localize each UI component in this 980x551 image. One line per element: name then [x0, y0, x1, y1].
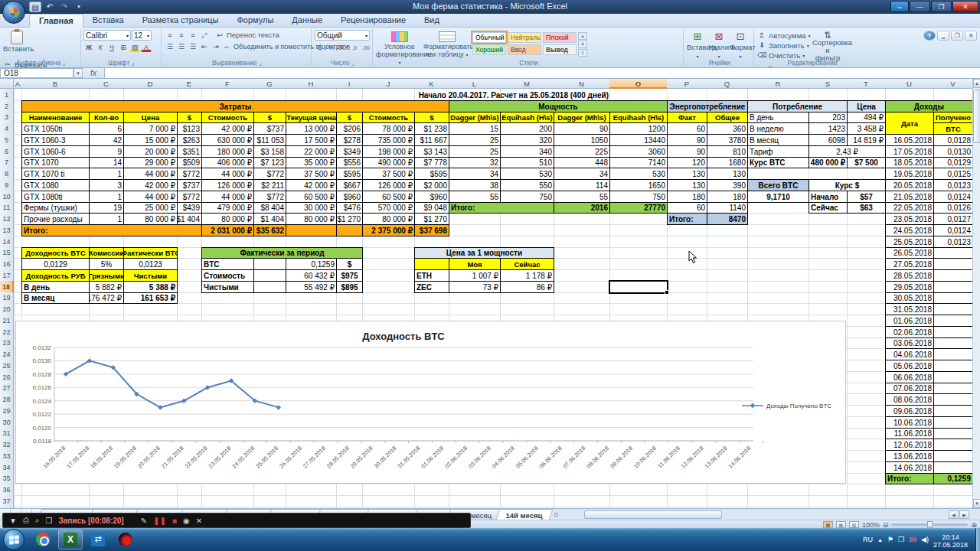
- cell-V14[interactable]: 0,0123: [933, 236, 972, 248]
- cell-I3[interactable]: $: [336, 112, 363, 123]
- zoom-out-button[interactable]: ⊖: [883, 521, 889, 529]
- cell-M9[interactable]: 550: [500, 179, 554, 191]
- increase-indent-icon[interactable]: ⇥: [211, 41, 221, 51]
- column-header-U[interactable]: U: [885, 79, 934, 89]
- row-header-23[interactable]: 23: [0, 337, 14, 349]
- row-header-22[interactable]: 22: [0, 326, 14, 338]
- cell-F9[interactable]: 126 000 ₽: [201, 179, 254, 191]
- align-center-icon[interactable]: ☰: [176, 41, 187, 51]
- taskbar-clock[interactable]: 20:14 27.05.2018: [933, 530, 968, 549]
- row-header-2[interactable]: 2: [0, 100, 14, 112]
- cell-U8[interactable]: 19.05.2018: [885, 168, 934, 180]
- cell-N4[interactable]: 90: [554, 122, 610, 135]
- cell-H13[interactable]: [286, 224, 337, 236]
- cell-B10[interactable]: GTX 1080ti: [21, 191, 90, 203]
- cell-K8[interactable]: $595: [414, 168, 449, 180]
- row-header-14[interactable]: 14: [0, 236, 14, 248]
- cell-T3[interactable]: 494 ₽: [847, 112, 886, 123]
- cell-V12[interactable]: 0,0127: [933, 213, 972, 225]
- recorder-close-icon[interactable]: ✕: [196, 517, 202, 525]
- row-header-13[interactable]: 13: [0, 224, 14, 236]
- cell-U3[interactable]: Дата: [885, 112, 934, 135]
- cell-M10[interactable]: 750: [500, 191, 554, 203]
- increase-decimal-button[interactable]: ,0: [349, 42, 360, 52]
- recorder-pause-icon[interactable]: ❚❚: [153, 517, 166, 525]
- cell-L18[interactable]: 73 ₽: [449, 281, 501, 293]
- cell-C18[interactable]: 5 882 ₽: [89, 281, 124, 293]
- cell-V20[interactable]: [933, 303, 972, 315]
- row-header-37[interactable]: 37: [0, 495, 14, 507]
- cell-V19[interactable]: [933, 292, 972, 304]
- cell-I13[interactable]: [336, 224, 363, 236]
- cell-H5[interactable]: 17 500 ₽: [286, 134, 337, 146]
- column-header-I[interactable]: I: [336, 79, 363, 89]
- cell-V8[interactable]: 0,0125: [933, 168, 972, 180]
- row-header-24[interactable]: 24: [0, 348, 14, 360]
- cell-C12[interactable]: 1: [89, 213, 124, 225]
- session-button[interactable]: ⇔: [890, 1, 909, 12]
- column-header-F[interactable]: F: [201, 79, 254, 89]
- cell-H10[interactable]: 60 500 ₽: [286, 191, 337, 203]
- cell-C7[interactable]: 14: [89, 157, 124, 168]
- decrease-indent-icon[interactable]: ⇤: [199, 41, 210, 51]
- cell-T7[interactable]: $7 500: [847, 157, 886, 168]
- column-header-E[interactable]: E: [177, 79, 202, 89]
- cell-S10[interactable]: Начало: [808, 191, 848, 203]
- cell-R5[interactable]: В месяц: [747, 134, 809, 146]
- cell-P2[interactable]: Энергопотребление: [667, 100, 748, 112]
- cell-Q11[interactable]: 1140: [707, 202, 748, 214]
- show-desktop-button[interactable]: [975, 528, 980, 551]
- align-left-icon[interactable]: ☰: [165, 41, 175, 51]
- cell-V29[interactable]: [933, 405, 972, 417]
- minimize-button[interactable]: —: [910, 1, 930, 12]
- cell-P12[interactable]: Итого:: [667, 213, 707, 225]
- cell-B2[interactable]: Затраты: [21, 100, 449, 112]
- cell-U22[interactable]: 02.06.2018: [885, 326, 934, 338]
- cell-E6[interactable]: $351: [177, 145, 202, 158]
- cell-L10[interactable]: 55: [449, 191, 501, 203]
- cell-V33[interactable]: [933, 450, 972, 462]
- cell-V4[interactable]: BTC: [933, 122, 972, 135]
- cell-V16[interactable]: [933, 258, 972, 270]
- cell-J12[interactable]: 80 000 ₽: [362, 213, 415, 225]
- cell-U24[interactable]: 04.06.2018: [885, 348, 934, 360]
- cell-T10[interactable]: $57: [847, 191, 886, 203]
- cell-B8[interactable]: GTX 1070 ti: [21, 168, 90, 180]
- column-header-H[interactable]: H: [286, 79, 337, 89]
- cell-I8[interactable]: $595: [336, 168, 363, 180]
- cell-I10[interactable]: $960: [336, 191, 363, 203]
- dialog-launcher-icon[interactable]: ⌟: [63, 59, 66, 67]
- cell-U20[interactable]: 31.05.2018: [885, 303, 934, 315]
- autosum-button[interactable]: ΣАвтосумма ▾: [757, 31, 812, 40]
- cell-V34[interactable]: [933, 461, 972, 474]
- row-header-7[interactable]: 7: [0, 157, 14, 168]
- cell-N6[interactable]: 225: [554, 145, 610, 158]
- cell-H8[interactable]: 37 500 ₽: [286, 168, 337, 180]
- recorder-stop-icon[interactable]: ■: [172, 517, 177, 525]
- cell-F4[interactable]: 42 000 ₽: [201, 122, 254, 135]
- name-box[interactable]: O18: [0, 68, 74, 78]
- cell-J11[interactable]: 570 000 ₽: [362, 202, 415, 214]
- cell-V23[interactable]: [933, 337, 972, 349]
- cell-G9[interactable]: $2 211: [253, 179, 286, 191]
- cell-O10[interactable]: 750: [609, 191, 668, 203]
- row-header-25[interactable]: 25: [0, 360, 14, 372]
- cell-U9[interactable]: 20.05.2018: [885, 179, 934, 191]
- cell-G3[interactable]: $: [253, 112, 286, 123]
- ribbon-tab-Вставка[interactable]: Вставка: [83, 14, 133, 28]
- cell-R4[interactable]: В неделю: [747, 122, 809, 135]
- column-header-R[interactable]: R: [747, 79, 809, 89]
- cell-U35[interactable]: Итого:: [885, 473, 934, 484]
- number-format-select[interactable]: Общий▾: [315, 30, 370, 41]
- cell-M5[interactable]: 320: [500, 134, 554, 146]
- cell-S4[interactable]: 1423: [808, 122, 848, 135]
- tray-badge[interactable]: 99: [909, 536, 916, 543]
- zoom-level[interactable]: 100%: [862, 521, 880, 529]
- horizontal-scroll-thumb[interactable]: [584, 510, 722, 519]
- cell-G4[interactable]: $737: [253, 122, 286, 135]
- cell-B13[interactable]: Итого:: [21, 224, 202, 236]
- cell-P4[interactable]: 60: [667, 122, 707, 135]
- cell-L3[interactable]: Dagger (Mh\s): [449, 112, 501, 123]
- row-header-26[interactable]: 26: [0, 371, 14, 383]
- cell-F10[interactable]: 44 000 ₽: [201, 191, 254, 203]
